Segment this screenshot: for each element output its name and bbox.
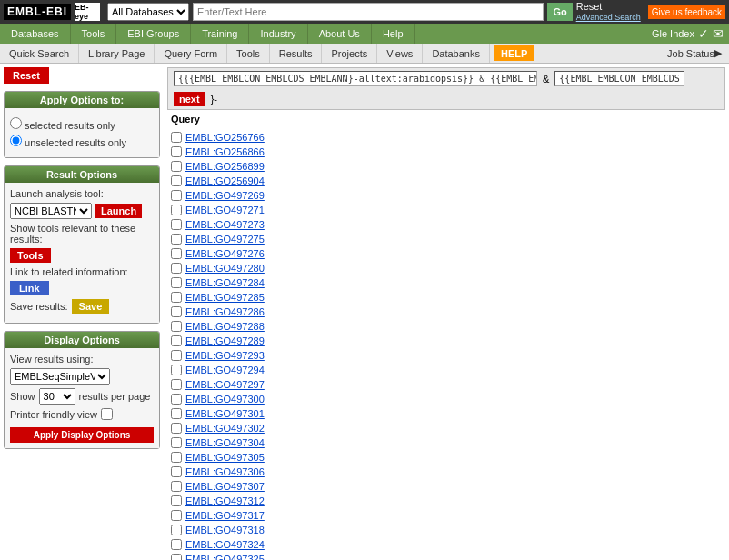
result-link[interactable]: EMBL:GO497306 bbox=[185, 466, 265, 477]
result-link[interactable]: EMBL:GO497276 bbox=[185, 248, 265, 259]
apply-display-button[interactable]: Apply Display Options bbox=[10, 427, 154, 443]
result-link[interactable]: EMBL:GO497312 bbox=[185, 495, 265, 506]
result-checkbox[interactable] bbox=[171, 234, 182, 245]
result-link[interactable]: EMBL:GO497286 bbox=[185, 306, 265, 317]
tab-library-page[interactable]: Library Page bbox=[79, 44, 155, 63]
tab-projects[interactable]: Projects bbox=[322, 44, 377, 63]
result-link[interactable]: EMBL:GO256899 bbox=[185, 161, 265, 172]
result-link[interactable]: EMBL:GO497297 bbox=[185, 379, 265, 390]
result-checkbox[interactable] bbox=[171, 539, 182, 550]
result-link[interactable]: EMBL:GO497304 bbox=[185, 437, 265, 448]
result-link[interactable]: EMBL:GO497288 bbox=[185, 321, 265, 332]
result-checkbox[interactable] bbox=[171, 161, 182, 172]
result-checkbox[interactable] bbox=[171, 408, 182, 419]
result-link[interactable]: EMBL:GO497300 bbox=[185, 394, 265, 405]
result-checkbox[interactable] bbox=[171, 219, 182, 230]
tab-results[interactable]: Results bbox=[270, 44, 323, 63]
result-checkbox[interactable] bbox=[171, 481, 182, 492]
nav-help[interactable]: Help bbox=[372, 24, 415, 44]
result-checkbox[interactable] bbox=[171, 132, 182, 143]
result-checkbox[interactable] bbox=[171, 452, 182, 463]
reset-link[interactable]: Reset bbox=[576, 1, 641, 13]
result-row: EMBL:GO497294 bbox=[171, 363, 722, 377]
result-row: EMBL:GO497301 bbox=[171, 406, 722, 421]
result-checkbox[interactable] bbox=[171, 277, 182, 288]
nav-about-us[interactable]: About Us bbox=[308, 24, 372, 44]
radio-selected-input[interactable] bbox=[10, 117, 22, 129]
result-link[interactable]: EMBL:GO497294 bbox=[185, 365, 265, 375]
result-link[interactable]: EMBL:GO497324 bbox=[185, 539, 265, 550]
result-checkbox[interactable] bbox=[171, 394, 182, 405]
tools-button[interactable]: Tools bbox=[10, 248, 51, 263]
result-checkbox[interactable] bbox=[171, 321, 182, 332]
result-link[interactable]: EMBL:GO497285 bbox=[185, 292, 265, 303]
tab-tools[interactable]: Tools bbox=[227, 44, 270, 63]
tab-query-form[interactable]: Query Form bbox=[155, 44, 227, 63]
gle-index-link[interactable]: Gle Index bbox=[652, 28, 694, 39]
result-checkbox[interactable] bbox=[171, 350, 182, 361]
tab-databanks[interactable]: Databanks bbox=[423, 44, 490, 63]
result-link[interactable]: EMBL:GO256866 bbox=[185, 146, 265, 157]
result-link[interactable]: EMBL:GO256904 bbox=[185, 175, 265, 186]
result-checkbox[interactable] bbox=[171, 365, 182, 375]
result-checkbox[interactable] bbox=[171, 248, 182, 259]
result-link[interactable]: EMBL:GO256766 bbox=[185, 132, 265, 143]
result-link[interactable]: EMBL:GO497302 bbox=[185, 423, 265, 434]
result-link[interactable]: EMBL:GO497305 bbox=[185, 452, 265, 463]
result-checkbox[interactable] bbox=[171, 554, 182, 560]
result-link[interactable]: EMBL:GO497325 bbox=[185, 554, 265, 560]
result-checkbox[interactable] bbox=[171, 306, 182, 317]
result-checkbox[interactable] bbox=[171, 205, 182, 215]
result-link[interactable]: EMBL:GO497317 bbox=[185, 510, 265, 521]
launch-select[interactable]: NCBI BLASTN bbox=[10, 203, 92, 219]
result-checkbox[interactable] bbox=[171, 146, 182, 157]
reset-button[interactable]: Reset bbox=[4, 67, 49, 84]
result-checkbox[interactable] bbox=[171, 423, 182, 434]
result-checkbox[interactable] bbox=[171, 466, 182, 477]
search-input[interactable] bbox=[193, 3, 544, 21]
result-link[interactable]: EMBL:GO497301 bbox=[185, 408, 265, 419]
result-checkbox[interactable] bbox=[171, 190, 182, 201]
result-checkbox[interactable] bbox=[171, 437, 182, 448]
link-button[interactable]: Link bbox=[10, 281, 49, 295]
result-link[interactable]: EMBL:GO497273 bbox=[185, 219, 265, 230]
nav-industry[interactable]: Industry bbox=[249, 24, 307, 44]
result-link[interactable]: EMBL:GO497284 bbox=[185, 277, 265, 288]
result-link[interactable]: EMBL:GO497307 bbox=[185, 481, 265, 492]
next-button[interactable]: next bbox=[174, 92, 205, 106]
nav-tools[interactable]: Tools bbox=[71, 24, 117, 44]
result-link[interactable]: EMBL:GO497280 bbox=[185, 263, 265, 274]
result-link[interactable]: EMBL:GO497271 bbox=[185, 205, 265, 215]
rss-icon[interactable]: ✓ bbox=[698, 26, 709, 41]
printer-checkbox[interactable] bbox=[101, 408, 113, 420]
result-checkbox[interactable] bbox=[171, 335, 182, 346]
help-button[interactable]: HELP bbox=[494, 45, 534, 61]
tab-quick-search[interactable]: Quick Search bbox=[0, 44, 79, 63]
feedback-button[interactable]: Give us feedback bbox=[648, 5, 725, 19]
email-icon[interactable]: ✉ bbox=[713, 26, 724, 41]
result-link[interactable]: EMBL:GO497275 bbox=[185, 234, 265, 245]
save-button[interactable]: Save bbox=[72, 299, 110, 314]
result-checkbox[interactable] bbox=[171, 175, 182, 186]
result-checkbox[interactable] bbox=[171, 495, 182, 506]
nav-training[interactable]: Training bbox=[191, 24, 249, 44]
result-link[interactable]: EMBL:GO497318 bbox=[185, 525, 265, 535]
launch-button[interactable]: Launch bbox=[95, 204, 142, 218]
result-link[interactable]: EMBL:GO497293 bbox=[185, 350, 265, 361]
result-checkbox[interactable] bbox=[171, 263, 182, 274]
tab-views[interactable]: Views bbox=[377, 44, 423, 63]
show-select[interactable]: 30 bbox=[39, 388, 75, 405]
advanced-search-label[interactable]: Advanced Search bbox=[576, 13, 641, 23]
database-select[interactable]: All Databases bbox=[107, 3, 189, 21]
result-checkbox[interactable] bbox=[171, 292, 182, 303]
result-checkbox[interactable] bbox=[171, 525, 182, 535]
view-select[interactable]: EMBLSeqSimpleView bbox=[10, 368, 110, 385]
result-link[interactable]: EMBL:GO497269 bbox=[185, 190, 265, 201]
result-link[interactable]: EMBL:GO497289 bbox=[185, 335, 265, 346]
result-checkbox[interactable] bbox=[171, 379, 182, 390]
go-button[interactable]: Go bbox=[547, 3, 572, 21]
nav-ebi-groups[interactable]: EBI Groups bbox=[116, 24, 191, 44]
nav-databases[interactable]: Databases bbox=[0, 24, 71, 44]
result-checkbox[interactable] bbox=[171, 510, 182, 521]
radio-unselected-input[interactable] bbox=[10, 135, 22, 146]
